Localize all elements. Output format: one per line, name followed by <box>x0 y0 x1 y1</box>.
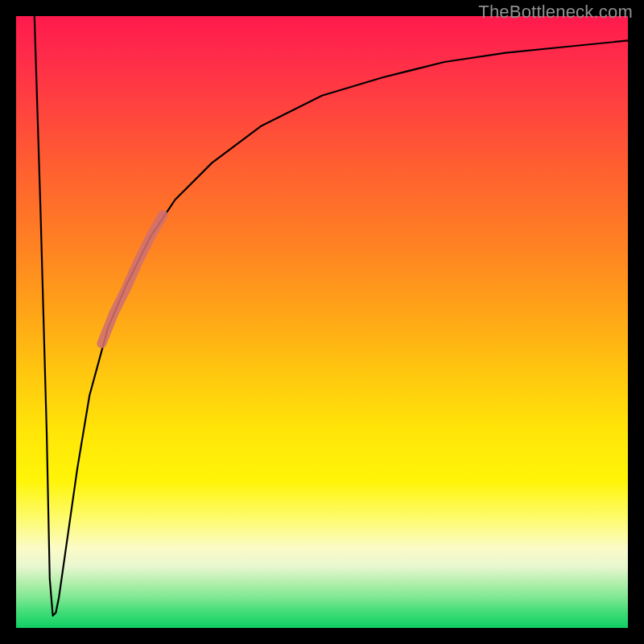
chart-frame: TheBottleneck.com <box>0 0 644 644</box>
curve-svg <box>16 16 628 628</box>
bottleneck-curve <box>35 16 628 616</box>
highlight-segment <box>101 215 163 344</box>
plot-area <box>16 16 628 628</box>
watermark-text: TheBottleneck.com <box>478 2 633 23</box>
